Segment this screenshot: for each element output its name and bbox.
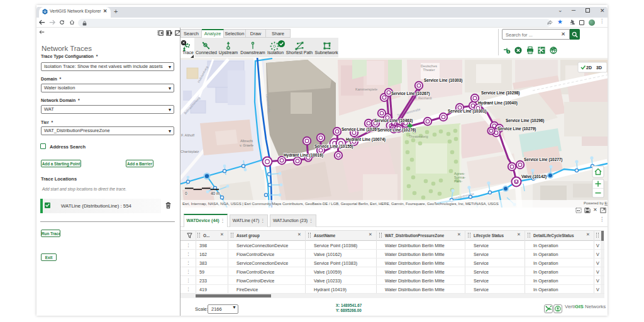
- svg-text:Service Line (10155): Service Line (10155): [314, 144, 353, 149]
- svg-text:Service Line (10463): Service Line (10463): [374, 118, 413, 123]
- svg-text:Theater: Theater: [423, 68, 435, 72]
- svg-text:Esri, Intermap, NASA, NGA, USG: Esri, Intermap, NASA, NGA, USGS | Esri C…: [182, 202, 499, 206]
- svg-text:Service Line (10298): Service Line (10298): [481, 91, 519, 96]
- svg-text:Service Line (10296): Service Line (10296): [506, 118, 544, 123]
- svg-text:Service Line (10276): Service Line (10276): [377, 128, 416, 133]
- svg-text:F. Althoff: F. Althoff: [181, 133, 194, 137]
- svg-text:3D: 3D: [596, 65, 602, 70]
- svg-text:Theatersteig: Theatersteig: [409, 135, 428, 138]
- svg-text:Albrecht: Albrecht: [240, 139, 253, 143]
- svg-text:Valve (10142): Valve (10142): [521, 174, 547, 179]
- svg-text:Service Line (10269): Service Line (10269): [341, 127, 380, 132]
- svg-text:40 m: 40 m: [211, 191, 219, 196]
- svg-text:Service Line (10267): Service Line (10267): [391, 91, 430, 96]
- svg-text:Kammerspiele: Kammerspiele: [355, 87, 377, 91]
- svg-text:Park-: Park-: [454, 179, 462, 183]
- svg-text:Powered by Esri: Powered by Esri: [584, 201, 608, 205]
- svg-text:0: 0: [185, 191, 187, 196]
- svg-text:Service Line (10301): Service Line (10301): [448, 109, 486, 114]
- svg-text:Charitéplatz: Charitéplatz: [180, 150, 199, 153]
- svg-text:Hydrant Line (10040): Hydrant Line (10040): [478, 101, 518, 106]
- svg-text:Hydrant Line (10016): Hydrant Line (10016): [284, 153, 323, 158]
- svg-text:Service Line (10279): Service Line (10279): [497, 126, 536, 131]
- svg-text:Hydrant Line (10074): Hydrant Line (10074): [346, 137, 386, 142]
- svg-text:M. Reinhardt: M. Reinhardt: [414, 96, 432, 100]
- svg-text:2D: 2D: [586, 65, 592, 70]
- svg-text:Service Line (10277): Service Line (10277): [524, 157, 562, 162]
- svg-text:v. Graefe: v. Graefe: [240, 143, 253, 147]
- svg-text:Service Line (10303): Service Line (10303): [424, 78, 462, 83]
